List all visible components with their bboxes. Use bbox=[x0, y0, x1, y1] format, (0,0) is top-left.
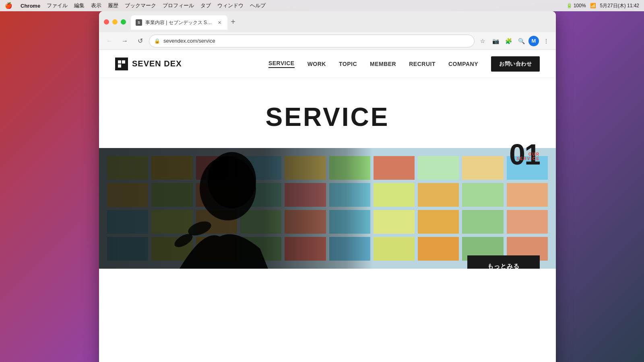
url-text: sevendex.com/service bbox=[163, 38, 469, 44]
svg-point-4 bbox=[200, 156, 256, 220]
service-image: UXUI DESIGN サービスの「らしさ」を引き出し、 ユーザーにとって手触り… bbox=[99, 148, 556, 269]
browser-tab-active[interactable]: S 事業内容 | セブンデックス SEVEN ✕ bbox=[131, 15, 227, 30]
sticky-note bbox=[374, 210, 415, 234]
nav-work[interactable]: WORK bbox=[308, 61, 326, 67]
tab-favicon: S bbox=[136, 19, 142, 26]
file-menu[interactable]: ファイル bbox=[47, 2, 68, 9]
service-num-label: OUR SERVICE bbox=[509, 152, 540, 161]
bottom-section bbox=[99, 269, 556, 309]
maximize-window-button[interactable] bbox=[121, 19, 126, 25]
service-01-section: OUR SERVICE 01 bbox=[99, 148, 556, 269]
nav-company[interactable]: COMPANY bbox=[448, 61, 478, 67]
website-content: SEVEN DEX SERVICE WORK TOPIC MEMBER RECR… bbox=[99, 50, 556, 362]
app-name-menu[interactable]: Chrome bbox=[21, 3, 40, 9]
sticky-note bbox=[418, 237, 459, 261]
search-button[interactable]: 🔍 bbox=[516, 35, 527, 47]
sticky-note bbox=[374, 237, 415, 261]
hero-title: SERVICE bbox=[99, 102, 556, 132]
sticky-note bbox=[418, 183, 459, 207]
person-silhouette bbox=[119, 148, 320, 269]
menu-button[interactable]: ⋮ bbox=[541, 35, 552, 47]
sticky-note bbox=[507, 183, 548, 207]
close-window-button[interactable] bbox=[104, 19, 109, 25]
macos-menubar: 🍎 Chrome ファイル 編集 表示 履歴 ブックマーク プロフィール タブ … bbox=[0, 0, 644, 11]
sticky-note bbox=[374, 183, 415, 207]
datetime: 5月27日(木) 11:42 bbox=[600, 2, 639, 9]
capture-button[interactable]: 📷 bbox=[490, 35, 501, 47]
dark-overlay bbox=[99, 148, 373, 269]
nav-service[interactable]: SERVICE bbox=[268, 60, 295, 68]
sticky-note bbox=[507, 210, 548, 234]
svg-rect-1 bbox=[122, 60, 125, 64]
sticky-note bbox=[418, 156, 459, 180]
profile-avatar[interactable]: M bbox=[528, 36, 539, 46]
history-menu[interactable]: 履歴 bbox=[108, 2, 118, 9]
logo-icon bbox=[115, 58, 128, 70]
sticky-note bbox=[462, 210, 503, 234]
contact-button[interactable]: お問い合わせ bbox=[491, 56, 540, 72]
reload-button[interactable]: ↺ bbox=[134, 35, 147, 47]
forward-button[interactable]: → bbox=[118, 35, 131, 47]
tab-close-button[interactable]: ✕ bbox=[216, 19, 223, 26]
tabs-menu[interactable]: タブ bbox=[200, 2, 211, 9]
edit-menu[interactable]: 編集 bbox=[74, 2, 85, 9]
profiles-menu[interactable]: プロフィール bbox=[163, 2, 194, 9]
extension-button[interactable]: 🧩 bbox=[503, 35, 514, 47]
site-nav: SEVEN DEX SERVICE WORK TOPIC MEMBER RECR… bbox=[99, 50, 556, 78]
nav-topic[interactable]: TOPIC bbox=[339, 61, 357, 67]
sticky-note bbox=[462, 183, 503, 207]
back-button[interactable]: ← bbox=[103, 35, 116, 47]
logo-text: SEVEN DEX bbox=[132, 59, 182, 68]
address-bar[interactable]: 🔒 sevendex.com/service bbox=[149, 35, 475, 47]
bookmarks-menu[interactable]: ブックマーク bbox=[125, 2, 156, 9]
browser-titlebar: S 事業内容 | セブンデックス SEVEN ✕ + bbox=[99, 11, 556, 32]
menubar-right: 🔋 100% 📶 5月27日(木) 11:42 bbox=[566, 2, 639, 9]
help-menu[interactable]: ヘルプ bbox=[250, 2, 266, 9]
wifi-icon: 📶 bbox=[590, 3, 596, 8]
bookmark-star-button[interactable]: ☆ bbox=[477, 35, 488, 47]
sticky-note bbox=[418, 210, 459, 234]
window-menu[interactable]: ウィンドウ bbox=[217, 2, 244, 9]
apple-menu[interactable]: 🍎 bbox=[5, 2, 12, 9]
tab-bar: S 事業内容 | セブンデックス SEVEN ✕ + bbox=[131, 11, 551, 32]
hero-section: SERVICE bbox=[99, 78, 556, 148]
sticky-notes-area: UXUI DESIGN サービスの「らしさ」を引き出し、 ユーザーにとって手触り… bbox=[99, 148, 556, 269]
tab-title: 事業内容 | セブンデックス SEVEN bbox=[145, 19, 213, 26]
nav-member[interactable]: MEMBER bbox=[370, 61, 396, 67]
more-button[interactable]: もっとみる bbox=[467, 255, 540, 269]
sticky-note bbox=[374, 156, 415, 180]
service-number: OUR SERVICE 01 bbox=[509, 140, 540, 169]
secure-icon: 🔒 bbox=[154, 38, 160, 44]
toolbar-icons: ☆ 📷 🧩 🔍 M ⋮ bbox=[477, 35, 552, 47]
nav-recruit[interactable]: RECRUIT bbox=[409, 61, 436, 67]
sticky-note bbox=[462, 156, 503, 180]
svg-rect-2 bbox=[118, 64, 121, 68]
battery-status: 🔋 100% bbox=[566, 3, 586, 8]
minimize-window-button[interactable] bbox=[112, 19, 118, 25]
site-nav-links: SERVICE WORK TOPIC MEMBER RECRUIT COMPAN… bbox=[268, 56, 540, 72]
view-menu[interactable]: 表示 bbox=[91, 2, 101, 9]
window-controls bbox=[104, 19, 126, 25]
site-logo[interactable]: SEVEN DEX bbox=[115, 58, 182, 70]
new-tab-button[interactable]: + bbox=[227, 16, 239, 27]
browser-toolbar: ← → ↺ 🔒 sevendex.com/service ☆ 📷 🧩 🔍 M ⋮ bbox=[99, 32, 556, 50]
svg-rect-0 bbox=[118, 60, 121, 64]
